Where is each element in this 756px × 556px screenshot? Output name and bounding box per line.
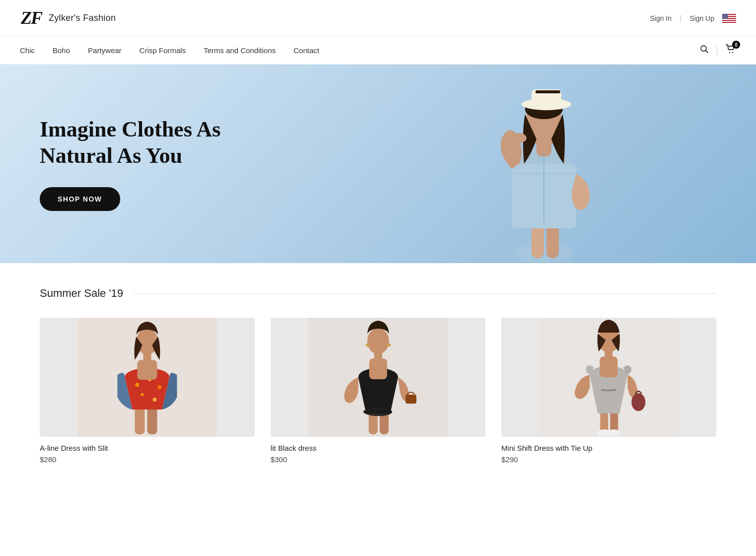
svg-point-19 (726, 16, 726, 17)
svg-point-23 (725, 17, 725, 18)
svg-point-61 (367, 328, 389, 354)
search-button[interactable] (700, 45, 709, 56)
svg-point-40 (512, 133, 527, 143)
svg-point-46 (135, 383, 139, 387)
section-title-row: Summer Sale '19 (40, 287, 716, 300)
svg-rect-39 (535, 90, 560, 93)
product-card-3[interactable]: Mini Shift Dress with Tie Up $290 (501, 318, 716, 464)
nav-right: 0 (700, 44, 736, 57)
product-image-3 (501, 318, 716, 437)
svg-point-50 (152, 398, 156, 402)
svg-point-68 (607, 429, 621, 436)
sign-in-link[interactable]: Sign In (650, 14, 672, 22)
product-name-2: lit Black dress (271, 444, 486, 452)
svg-point-16 (723, 16, 723, 17)
logo[interactable]: ZF Zylker's Fashion (20, 6, 116, 30)
svg-point-49 (141, 393, 144, 396)
search-icon (700, 45, 709, 54)
hero-section: Imagine Clothes As Natural As You SHOP N… (0, 65, 756, 263)
nav-partywear[interactable]: Partywear (88, 46, 122, 55)
svg-point-20 (727, 16, 727, 17)
svg-point-9 (725, 14, 725, 15)
svg-point-69 (632, 393, 646, 411)
main-nav: Chic Boho Partywear Crisp Formals Terms … (0, 37, 756, 65)
svg-point-13 (724, 15, 724, 16)
svg-rect-5 (722, 21, 736, 22)
svg-point-17 (724, 16, 724, 17)
product-price-3: $290 (501, 455, 716, 464)
product-price-2: $300 (271, 455, 486, 464)
hero-content: Imagine Clothes As Natural As You SHOP N… (0, 117, 288, 211)
svg-point-24 (726, 17, 726, 18)
cart-badge: 0 (732, 41, 740, 49)
svg-point-21 (723, 17, 723, 18)
brand-name: Zylker's Fashion (49, 13, 116, 23)
hero-figure (302, 65, 756, 263)
svg-point-10 (726, 14, 726, 15)
product-name-3: Mini Shift Dress with Tie Up (501, 444, 716, 452)
svg-point-62 (366, 344, 369, 347)
svg-point-12 (723, 15, 723, 16)
cart-button[interactable]: 0 (725, 44, 736, 57)
nav-crisp-formals[interactable]: Crisp Formals (140, 46, 186, 55)
svg-point-63 (387, 344, 390, 347)
svg-rect-70 (600, 356, 618, 377)
svg-point-28 (732, 52, 733, 53)
product-name-1: A-line Dress with Slit (40, 444, 255, 452)
svg-line-26 (706, 51, 708, 53)
product-card-2[interactable]: lit Black dress $300 (271, 318, 486, 464)
nav-links: Chic Boho Partywear Crisp Formals Terms … (20, 46, 700, 55)
svg-point-14 (725, 15, 725, 16)
svg-rect-6 (722, 14, 728, 19)
shop-now-button[interactable]: SHOP NOW (40, 187, 120, 211)
svg-point-15 (726, 15, 726, 16)
svg-point-7 (723, 14, 723, 15)
svg-point-48 (157, 385, 161, 389)
svg-point-11 (727, 14, 727, 15)
sign-up-link[interactable]: Sign Up (689, 14, 714, 22)
section-divider (133, 293, 716, 294)
svg-rect-58 (405, 395, 416, 404)
nav-chic[interactable]: Chic (20, 46, 35, 55)
svg-point-27 (729, 52, 730, 53)
nav-boho[interactable]: Boho (53, 46, 70, 55)
product-image-1 (40, 318, 255, 437)
svg-point-8 (724, 14, 724, 15)
svg-rect-59 (369, 358, 387, 379)
logo-icon: ZF (20, 6, 44, 30)
svg-rect-45 (147, 407, 157, 434)
top-actions: Sign In | Sign Up (650, 14, 736, 23)
product-price-1: $280 (40, 455, 255, 464)
top-bar: ZF Zylker's Fashion Sign In | Sign Up (0, 0, 756, 37)
svg-rect-44 (135, 407, 145, 434)
top-divider: | (680, 14, 681, 23)
svg-point-22 (724, 17, 724, 18)
svg-text:ZF: ZF (20, 8, 43, 28)
nav-contact[interactable]: Contact (294, 46, 319, 55)
hero-title: Imagine Clothes As Natural As You (40, 117, 248, 169)
svg-point-18 (725, 16, 725, 17)
hero-model-illustration (405, 65, 653, 263)
products-grid: A-line Dress with Slit $280 (40, 318, 716, 464)
nav-divider (717, 46, 717, 56)
products-section: Summer Sale '19 (0, 263, 756, 493)
svg-rect-51 (137, 360, 157, 380)
flag-icon (722, 14, 736, 23)
product-image-2 (271, 318, 486, 437)
section-title: Summer Sale '19 (40, 287, 123, 300)
product-card[interactable]: A-line Dress with Slit $280 (40, 318, 255, 464)
nav-terms[interactable]: Terms and Conditions (204, 46, 276, 55)
svg-rect-4 (722, 19, 736, 20)
